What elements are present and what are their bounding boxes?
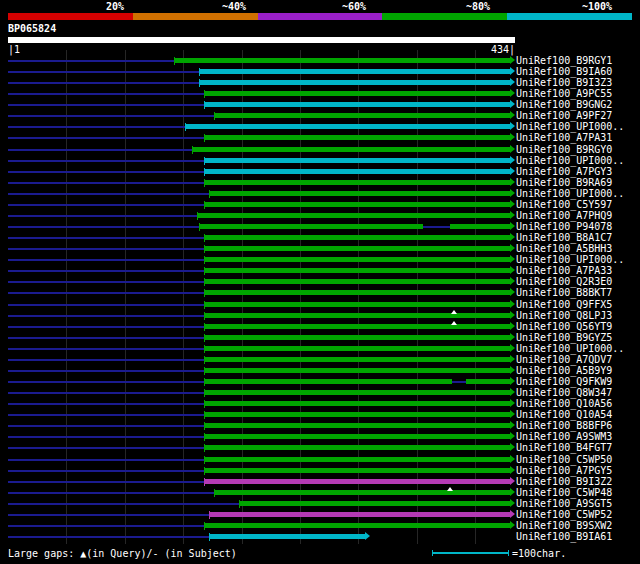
hit-label[interactable]: UniRef100_A7PA31 [516, 132, 612, 143]
alignment-bar[interactable] [205, 390, 511, 395]
hit-label[interactable]: UniRef100_B9GYZ5 [516, 332, 612, 343]
hit-label[interactable]: UniRef100_Q10A54 [516, 409, 612, 420]
arrowhead-icon [510, 466, 515, 474]
hit-label[interactable]: UniRef100_B8BFP6 [516, 420, 612, 431]
alignment-bar[interactable] [240, 501, 511, 506]
alignment-bar[interactable] [205, 434, 511, 439]
alignment-bar[interactable] [205, 412, 511, 417]
hit-label[interactable]: UniRef100_Q56YT9 [516, 321, 612, 332]
hit-label[interactable]: UniRef100_Q8W347 [516, 387, 612, 398]
alignment-bar[interactable] [205, 180, 511, 185]
alignment-bar[interactable] [205, 479, 511, 484]
hit-label[interactable]: UniRef100_UPI000.. [516, 121, 624, 132]
alignment-bar[interactable] [205, 457, 511, 462]
hit-label[interactable]: UniRef100_Q9FKW9 [516, 376, 612, 387]
query-coverage-line [8, 459, 205, 461]
alignment-row: UniRef100_A9SGT5 [0, 498, 640, 509]
hit-label[interactable]: UniRef100_UPI000.. [516, 188, 624, 199]
hit-label[interactable]: UniRef100_Q2R3E0 [516, 276, 612, 287]
arrowhead-icon [510, 333, 515, 341]
hit-label[interactable]: UniRef100_Q9FFX5 [516, 299, 612, 310]
hit-label[interactable]: UniRef100_C5WP52 [516, 509, 612, 520]
alignment-bar[interactable] [200, 69, 511, 74]
alignment-bar[interactable] [205, 335, 511, 340]
hit-label[interactable]: UniRef100_A7QDV7 [516, 354, 612, 365]
hit-label[interactable]: UniRef100_B8BKT7 [516, 287, 612, 298]
hit-label[interactable]: UniRef100_UPI000.. [516, 155, 624, 166]
alignment-bar[interactable] [205, 246, 511, 251]
hit-label[interactable]: UniRef100_B9RGY1 [516, 55, 612, 66]
hit-label[interactable]: UniRef100_A9SGT5 [516, 498, 612, 509]
alignment-row: UniRef100_Q8W347 [0, 387, 640, 398]
alignment-bar[interactable] [205, 313, 511, 318]
hit-label[interactable]: UniRef100_P94078 [516, 221, 612, 232]
hit-label[interactable]: UniRef100_B9RGY0 [516, 144, 612, 155]
alignment-bar[interactable] [205, 268, 511, 273]
alignment-bar[interactable] [205, 468, 511, 473]
alignment-bar[interactable] [175, 58, 511, 63]
alignment-bar[interactable] [193, 147, 511, 152]
hit-label[interactable]: UniRef100_A9PC55 [516, 88, 612, 99]
arrowhead-icon [510, 322, 515, 330]
hit-label[interactable]: UniRef100_A7PGY5 [516, 465, 612, 476]
alignment-bar[interactable] [205, 357, 511, 362]
hit-label[interactable]: UniRef100_UPI000.. [516, 343, 624, 354]
alignment-bar[interactable] [205, 235, 511, 240]
alignment-bar[interactable] [200, 80, 511, 85]
alignment-bar[interactable] [198, 213, 511, 218]
alignment-bar[interactable] [205, 324, 511, 329]
alignment-bar[interactable] [215, 113, 511, 118]
hit-label[interactable]: UniRef100_C5WP48 [516, 487, 612, 498]
alignment-row: UniRef100_C5WP48 [0, 487, 640, 498]
hit-label[interactable]: UniRef100_A5BHH3 [516, 243, 612, 254]
alignment-start-tick [199, 79, 200, 87]
alignment-bar[interactable] [210, 512, 511, 517]
alignment-bar[interactable] [186, 124, 511, 129]
alignment-bar[interactable] [205, 169, 511, 174]
alignment-bar[interactable] [205, 346, 511, 351]
alignment-bar[interactable] [200, 224, 511, 229]
hit-label[interactable]: UniRef100_B9SXW2 [516, 520, 612, 531]
hit-label[interactable]: UniRef100_A7PHQ9 [516, 210, 612, 221]
hit-label[interactable]: UniRef100_B9GNG2 [516, 99, 612, 110]
alignment-bar[interactable] [205, 135, 511, 140]
alignment-bar[interactable] [205, 523, 511, 528]
alignment-bar[interactable] [210, 534, 366, 539]
alignment-bar[interactable] [205, 279, 511, 284]
hit-label[interactable]: UniRef100_B4FGT7 [516, 442, 612, 453]
hit-label[interactable]: UniRef100_A5B9Y9 [516, 365, 612, 376]
hit-label[interactable]: UniRef100_C5Y597 [516, 199, 612, 210]
alignment-bar[interactable] [205, 257, 511, 262]
alignment-bar[interactable] [205, 202, 511, 207]
arrowhead-icon [510, 421, 515, 429]
alignment-bar[interactable] [205, 102, 511, 107]
hit-label[interactable]: UniRef100_B9I3Z2 [516, 476, 612, 487]
hit-label[interactable]: UniRef100_B9I3Z3 [516, 77, 612, 88]
query-coverage-line [8, 149, 193, 151]
alignment-bar[interactable] [205, 91, 511, 96]
alignment-bar[interactable] [205, 158, 511, 163]
alignment-bar[interactable] [205, 302, 511, 307]
alignment-bar[interactable] [210, 191, 511, 196]
hit-label[interactable]: UniRef100_B9IA60 [516, 66, 612, 77]
query-coverage-line [8, 104, 205, 106]
hit-label[interactable]: UniRef100_B9RA69 [516, 177, 612, 188]
alignment-bar[interactable] [205, 368, 511, 373]
alignment-row: UniRef100_B9GYZ5 [0, 332, 640, 343]
alignment-bar[interactable] [205, 401, 511, 406]
alignment-bar[interactable] [205, 290, 511, 295]
alignment-bar[interactable] [205, 445, 511, 450]
hit-label[interactable]: UniRef100_A7PGY3 [516, 166, 612, 177]
hit-label[interactable]: UniRef100_B8A1C7 [516, 232, 612, 243]
hit-label[interactable]: UniRef100_B9IA61 [516, 531, 612, 542]
alignment-bar[interactable] [205, 423, 511, 428]
alignment-bar[interactable] [215, 490, 511, 495]
hit-label[interactable]: UniRef100_UPI000.. [516, 254, 624, 265]
hit-label[interactable]: UniRef100_Q10A56 [516, 398, 612, 409]
hit-label[interactable]: UniRef100_C5WP50 [516, 454, 612, 465]
hit-label[interactable]: UniRef100_A7PA33 [516, 265, 612, 276]
alignment-start-tick [204, 301, 205, 309]
hit-label[interactable]: UniRef100_A9SWM3 [516, 431, 612, 442]
hit-label[interactable]: UniRef100_Q8LPJ3 [516, 310, 612, 321]
hit-label[interactable]: UniRef100_A9PF27 [516, 110, 612, 121]
